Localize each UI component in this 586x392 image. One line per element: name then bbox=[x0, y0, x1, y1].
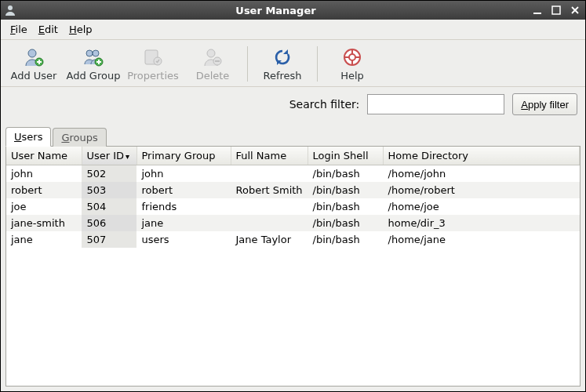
cell-userid: 507 bbox=[82, 231, 136, 248]
tabs: Users Groups bbox=[1, 126, 585, 146]
cell-home: /home/jane bbox=[383, 231, 579, 248]
cell-home: /home/john bbox=[383, 165, 579, 183]
minimize-button[interactable] bbox=[530, 4, 544, 16]
add-user-icon bbox=[23, 46, 45, 68]
cell-shell: /bin/bash bbox=[308, 165, 383, 183]
col-userid-label: User ID bbox=[87, 150, 125, 162]
svg-point-9 bbox=[86, 50, 93, 56]
col-full-name[interactable]: Full Name bbox=[231, 147, 308, 165]
tab-users[interactable]: Users bbox=[5, 127, 51, 147]
tab-groups-rest: roups bbox=[69, 132, 97, 143]
col-home-label: Home Directory bbox=[388, 150, 468, 162]
toolbar-separator bbox=[247, 46, 248, 82]
toolbar-separator-2 bbox=[317, 46, 318, 82]
add-user-button[interactable]: Add User bbox=[4, 45, 64, 83]
cell-home: /home/joe bbox=[383, 198, 579, 215]
col-home-directory[interactable]: Home Directory bbox=[383, 147, 579, 165]
search-label: Search filter: bbox=[289, 98, 360, 111]
help-button[interactable]: Help bbox=[322, 45, 382, 83]
cell-shell: /bin/bash bbox=[308, 198, 383, 215]
svg-point-20 bbox=[349, 54, 355, 60]
apply-filter-button[interactable]: Apply filter bbox=[512, 93, 577, 115]
cell-group: users bbox=[136, 231, 231, 248]
delete-icon bbox=[202, 46, 224, 68]
cell-group: robert bbox=[136, 182, 231, 198]
add-group-button[interactable]: Add Group bbox=[64, 45, 123, 83]
titlebar-buttons bbox=[530, 4, 582, 16]
app-icon bbox=[4, 4, 16, 16]
menu-help-rest: elp bbox=[77, 24, 93, 35]
maximize-button[interactable] bbox=[549, 4, 563, 16]
cell-username: joe bbox=[6, 198, 82, 215]
titlebar[interactable]: User Manager bbox=[1, 1, 585, 20]
tab-groups[interactable]: Groups bbox=[53, 128, 106, 147]
svg-point-5 bbox=[28, 49, 36, 57]
users-table[interactable]: User Name User ID▾ Primary Group Full Na… bbox=[5, 146, 581, 387]
svg-point-10 bbox=[93, 50, 99, 56]
menu-file-rest: ile bbox=[16, 24, 27, 35]
help-icon bbox=[341, 46, 363, 68]
refresh-button[interactable]: Refresh bbox=[253, 45, 312, 83]
sort-indicator-icon: ▾ bbox=[126, 152, 129, 161]
table-row[interactable]: joe504friends/bin/bash/home/joe bbox=[6, 198, 580, 215]
cell-shell: /bin/bash bbox=[308, 215, 383, 231]
menu-file[interactable]: File bbox=[5, 22, 32, 37]
delete-button: Delete bbox=[183, 45, 242, 83]
svg-rect-2 bbox=[552, 6, 560, 14]
cell-userid: 502 bbox=[82, 165, 136, 183]
close-button[interactable] bbox=[568, 4, 582, 16]
menu-edit[interactable]: Edit bbox=[34, 22, 63, 37]
cell-username: robert bbox=[6, 182, 82, 198]
cell-fullname: Jane Taylor bbox=[231, 231, 308, 248]
search-row: Search filter: Apply filter bbox=[1, 87, 585, 122]
svg-point-16 bbox=[207, 49, 215, 57]
refresh-label: Refresh bbox=[263, 70, 301, 82]
col-userid[interactable]: User ID▾ bbox=[82, 147, 136, 165]
cell-home: home/dir_3 bbox=[383, 215, 579, 231]
menubar: File Edit Help bbox=[1, 20, 585, 40]
window-title: User Manager bbox=[21, 5, 530, 16]
cell-fullname bbox=[231, 215, 308, 231]
cell-username: jane-smith bbox=[6, 215, 82, 231]
cell-username: john bbox=[6, 165, 82, 183]
tab-users-rest: sers bbox=[22, 131, 43, 143]
table-row[interactable]: john502john/bin/bash/home/john bbox=[6, 165, 580, 183]
header-row: User Name User ID▾ Primary Group Full Na… bbox=[6, 147, 580, 165]
cell-userid: 506 bbox=[82, 215, 136, 231]
table-row[interactable]: jane-smith506jane/bin/bashhome/dir_3 bbox=[6, 215, 580, 231]
col-primary-group[interactable]: Primary Group bbox=[136, 147, 231, 165]
table-row[interactable]: robert503robertRobert Smith/bin/bash/hom… bbox=[6, 182, 580, 198]
cell-shell: /bin/bash bbox=[308, 182, 383, 198]
cell-shell: /bin/bash bbox=[308, 231, 383, 248]
cell-userid: 504 bbox=[82, 198, 136, 215]
cell-group: friends bbox=[136, 198, 231, 215]
refresh-icon bbox=[271, 46, 293, 68]
cell-fullname bbox=[231, 165, 308, 183]
delete-label: Delete bbox=[196, 70, 230, 82]
cell-fullname: Robert Smith bbox=[231, 182, 308, 198]
cell-group: jane bbox=[136, 215, 231, 231]
col-username[interactable]: User Name bbox=[6, 147, 82, 165]
col-fullname-label: Full Name bbox=[236, 150, 287, 162]
col-group-label: Primary Group bbox=[142, 150, 216, 162]
table-row[interactable]: jane507usersJane Taylor/bin/bash/home/ja… bbox=[6, 231, 580, 248]
menu-edit-rest: dit bbox=[45, 24, 58, 35]
svg-point-0 bbox=[8, 5, 13, 10]
cell-fullname bbox=[231, 198, 308, 215]
cell-username: jane bbox=[6, 231, 82, 248]
col-shell-label: Login Shell bbox=[313, 150, 369, 162]
window: User Manager File Edit Help Add User Add… bbox=[0, 0, 586, 392]
properties-label: Properties bbox=[127, 70, 179, 82]
search-input[interactable] bbox=[367, 94, 504, 114]
cell-group: john bbox=[136, 165, 231, 183]
properties-icon bbox=[142, 46, 164, 68]
add-group-icon bbox=[82, 46, 104, 68]
cell-userid: 503 bbox=[82, 182, 136, 198]
help-label: Help bbox=[340, 70, 364, 82]
toolbar: Add User Add Group Properties Delete Re bbox=[1, 40, 585, 87]
col-login-shell[interactable]: Login Shell bbox=[308, 147, 383, 165]
menu-help[interactable]: Help bbox=[64, 22, 97, 37]
apply-rest: pply filter bbox=[528, 99, 569, 111]
cell-home: /home/robert bbox=[383, 182, 579, 198]
add-user-label: Add User bbox=[11, 70, 57, 82]
